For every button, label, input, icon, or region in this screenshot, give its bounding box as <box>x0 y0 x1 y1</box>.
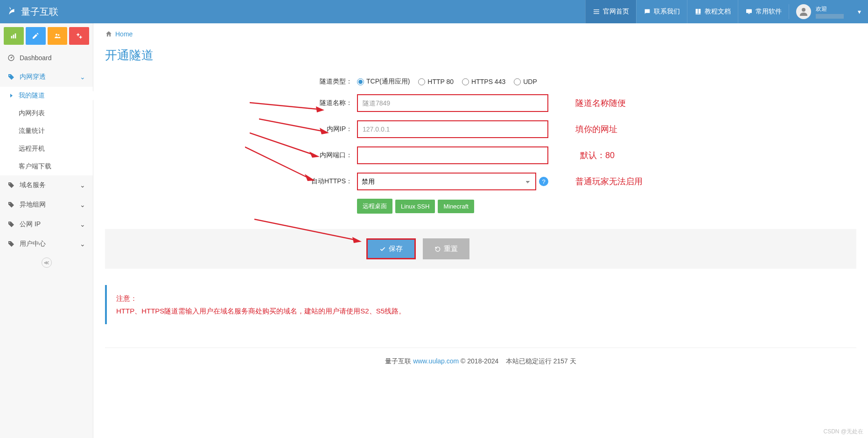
check-icon <box>379 246 386 252</box>
chevron-down-icon: ⌄ <box>80 201 85 209</box>
nav-contact[interactable]: 联系我们 <box>636 0 687 23</box>
toolbar-users-button[interactable] <box>48 27 68 45</box>
sub-remote-wake[interactable]: 远程开机 <box>0 140 93 158</box>
tag-icon <box>7 201 15 209</box>
chevron-down-icon: ⌄ <box>80 240 85 248</box>
toolbar-stats-button[interactable] <box>4 27 24 45</box>
nav-docs-label: 教程文档 <box>705 7 731 16</box>
nav-software[interactable]: 常用软件 <box>738 0 789 23</box>
save-button[interactable]: 保存 <box>366 238 416 259</box>
nav-docs[interactable]: 教程文档 <box>687 0 738 23</box>
brand[interactable]: 量子互联 <box>0 6 65 18</box>
nav-home-label: 官网首页 <box>603 7 629 16</box>
radio-tcp[interactable]: TCP(通用应用) <box>357 77 410 86</box>
breadcrumb-home[interactable]: Home <box>115 30 133 38</box>
tunnel-type-label: 隧道类型： <box>105 77 357 86</box>
nav-home[interactable]: 官网首页 <box>585 0 636 23</box>
toolbar-row <box>0 23 93 49</box>
dashboard-icon <box>7 54 15 62</box>
pencil-icon <box>32 32 39 40</box>
bars-icon <box>10 32 17 40</box>
sidebar-public-ip-label: 公网 IP <box>20 220 41 229</box>
sidebar-user-center[interactable]: 用户中心 ⌄ <box>0 234 93 254</box>
user-icon <box>798 6 809 17</box>
action-bar: 保存 重置 <box>105 229 856 269</box>
leaf-icon <box>7 6 17 18</box>
nav-software-label: 常用软件 <box>756 7 782 16</box>
footer-url[interactable]: www.uulap.com <box>413 357 459 365</box>
svg-point-11 <box>77 34 79 35</box>
notice-body: HTTP、HTTPS隧道需输入用户在域名服务商处购买的域名，建站的用户请使用S2… <box>116 305 847 317</box>
tag-icon <box>7 240 15 248</box>
footer-uptime: 本站已稳定运行 2157 天 <box>506 357 576 365</box>
svg-point-18 <box>9 222 10 223</box>
chat-icon <box>644 8 651 15</box>
sidebar-nat[interactable]: 内网穿透 ⌄ <box>0 67 93 87</box>
user-menu[interactable]: 欢迎 ▾ <box>789 4 868 19</box>
collapse-icon: ≪ <box>42 257 52 268</box>
top-nav: 量子互联 官网首页 联系我们 教程文档 常用软件 欢迎 ▾ <box>0 0 868 23</box>
sidebar-user-center-label: 用户中心 <box>20 240 46 248</box>
toolbar-settings-button[interactable] <box>69 27 89 45</box>
lines-icon <box>593 8 600 15</box>
auto-https-label: 自动HTTPS： <box>105 177 357 186</box>
row-intranet-port: 内网端口： 默认：80 <box>105 146 856 164</box>
cogs-icon <box>76 32 83 40</box>
sidebar-domain[interactable]: 域名服务 ⌄ <box>0 175 93 195</box>
users-icon <box>54 32 61 40</box>
auto-https-select[interactable]: 禁用 <box>357 173 536 190</box>
svg-point-5 <box>802 8 805 12</box>
svg-marker-29 <box>352 237 362 243</box>
intranet-ip-input[interactable] <box>357 120 548 138</box>
row-tunnel-name: 隧道名称： 隧道名称随便 <box>105 94 856 112</box>
sidebar-dashboard-label: Dashboard <box>20 54 52 62</box>
svg-point-10 <box>58 34 59 35</box>
nav-contact-label: 联系我们 <box>654 7 680 16</box>
sidebar-dashboard[interactable]: Dashboard <box>0 49 93 67</box>
svg-point-14 <box>11 57 12 59</box>
footer-copyright: © 2018-2024 <box>461 357 498 365</box>
sub-traffic-stats[interactable]: 流量统计 <box>0 122 93 140</box>
sidebar-domain-label: 域名服务 <box>20 181 46 189</box>
help-icon[interactable]: ? <box>539 177 548 186</box>
chevron-down-icon: ⌄ <box>80 73 85 81</box>
intranet-port-input[interactable] <box>357 146 548 164</box>
sidebar-public-ip[interactable]: 公网 IP ⌄ <box>0 215 93 234</box>
sub-client-download[interactable]: 客户端下载 <box>0 158 93 175</box>
svg-rect-7 <box>13 35 14 38</box>
reset-button[interactable]: 重置 <box>423 238 469 259</box>
svg-rect-3 <box>746 9 752 13</box>
tunnel-type-radios: TCP(通用应用) HTTP 80 HTTPS 443 UDP <box>357 77 537 86</box>
svg-point-15 <box>9 75 10 76</box>
svg-rect-8 <box>15 34 16 39</box>
notice-box: 注意： HTTP、HTTPS隧道需输入用户在域名服务商处购买的域名，建站的用户请… <box>105 285 856 324</box>
radio-https[interactable]: HTTPS 443 <box>462 78 505 85</box>
row-presets: 远程桌面 Linux SSH Minecraft <box>105 199 856 214</box>
svg-rect-1 <box>594 11 599 12</box>
avatar <box>796 4 811 19</box>
svg-rect-6 <box>11 36 13 38</box>
svg-line-28 <box>254 219 355 240</box>
toolbar-edit-button[interactable] <box>26 27 46 45</box>
book-icon <box>694 8 702 15</box>
nat-submenu: 我的隧道 内网列表 流量统计 远程开机 客户端下载 <box>0 87 93 175</box>
watermark: CSDN @无处在 <box>823 428 863 436</box>
preset-ssh[interactable]: Linux SSH <box>395 200 435 213</box>
sub-intranet-list[interactable]: 内网列表 <box>0 104 93 122</box>
annotation-intranet-port: 默认：80 <box>561 150 615 161</box>
sub-my-tunnels[interactable]: 我的隧道 <box>0 87 93 104</box>
radio-http[interactable]: HTTP 80 <box>418 78 454 85</box>
intranet-port-label: 内网端口： <box>105 151 357 160</box>
radio-udp[interactable]: UDP <box>514 78 537 85</box>
sidebar-collapse-button[interactable]: ≪ <box>0 254 93 271</box>
tunnel-name-input[interactable] <box>357 94 548 112</box>
content: Home 开通隧道 隧道类型： TCP(通用应用) HTTP 80 HTTPS … <box>93 23 868 438</box>
chevron-down-icon: ⌄ <box>80 221 85 228</box>
welcome-text: 欢迎 <box>816 5 844 19</box>
nav-right: 官网首页 联系我们 教程文档 常用软件 欢迎 ▾ <box>585 0 868 23</box>
notice-title: 注意： <box>116 292 847 305</box>
chevron-down-icon: ⌄ <box>80 181 85 189</box>
preset-rdp[interactable]: 远程桌面 <box>357 199 392 214</box>
sidebar-remote-net[interactable]: 异地组网 ⌄ <box>0 195 93 215</box>
preset-minecraft[interactable]: Minecraft <box>438 200 474 213</box>
